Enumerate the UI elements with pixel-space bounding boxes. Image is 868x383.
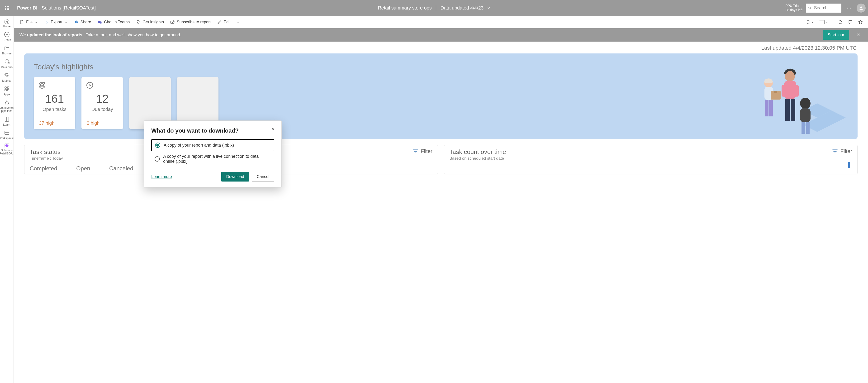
dialog-title: What do you want to download?	[151, 127, 274, 134]
top-header: Power BI Solutions [RetailSOATest] Retai…	[0, 0, 868, 16]
panel-subtitle: Based on scheduled start date	[450, 156, 832, 161]
ellipsis-icon	[236, 20, 241, 25]
radio-option-live-connection[interactable]: A copy of your report with a live connec…	[151, 151, 274, 167]
svg-rect-23	[5, 131, 9, 135]
card-high: 0 high	[87, 120, 100, 126]
svg-rect-18	[5, 87, 6, 88]
nav-label: Data hub	[1, 66, 12, 69]
chevron-down-icon	[811, 21, 814, 24]
edit-label: Edit	[224, 20, 230, 25]
svg-rect-4	[7, 8, 8, 8]
search-input[interactable]	[814, 5, 839, 10]
edit-button[interactable]: Edit	[215, 18, 233, 26]
svg-text:T: T	[98, 21, 100, 23]
filter-icon	[412, 148, 418, 154]
book-icon	[4, 116, 10, 122]
chart-placeholder	[450, 161, 852, 168]
rocket-icon	[4, 99, 10, 105]
download-button[interactable]: Download	[221, 172, 249, 181]
search-box[interactable]	[806, 4, 841, 12]
nav-current-workspace[interactable]: Solutions [RetailSOA...	[0, 143, 13, 155]
svg-rect-19	[7, 87, 9, 88]
subscribe-label: Subscribe to report	[177, 20, 211, 25]
tour-close-button[interactable]	[855, 31, 862, 39]
nav-browse[interactable]: Browse	[0, 45, 13, 55]
nav-apps[interactable]: Apps	[0, 86, 13, 96]
panel-title: Task count over time	[450, 148, 832, 156]
waffle-icon	[5, 6, 9, 10]
refresh-icon	[838, 20, 843, 25]
pencil-icon	[217, 20, 222, 25]
svg-point-13	[850, 8, 851, 8]
start-tour-button[interactable]: Start tour	[823, 30, 849, 40]
tour-text: Take a tour, and we'll show you how to g…	[86, 33, 181, 37]
home-icon	[4, 18, 10, 24]
filter-button[interactable]: Filter	[412, 148, 432, 154]
chat-teams-button[interactable]: T Chat in Teams	[95, 18, 132, 26]
chat-teams-label: Chat in Teams	[104, 20, 130, 25]
filter-button[interactable]: Filter	[832, 148, 852, 154]
favorite-button[interactable]	[856, 18, 865, 26]
insights-label: Get insights	[143, 20, 164, 25]
trial-line1: PPU Trial:	[785, 4, 802, 8]
workspace-breadcrumb[interactable]: Solutions [RetailSOATest]	[42, 5, 96, 11]
radio-option-report-and-data[interactable]: A copy of your report and data (.pbix)	[151, 139, 274, 151]
get-insights-button[interactable]: Get insights	[133, 18, 166, 26]
card-value: 161	[45, 92, 64, 105]
teams-icon: T	[97, 20, 102, 25]
nav-label: Create	[2, 38, 11, 41]
data-hub-icon	[4, 59, 10, 65]
export-menu[interactable]: Export	[41, 18, 70, 26]
file-menu[interactable]: File	[17, 18, 40, 26]
svg-rect-8	[8, 9, 9, 10]
trial-status: PPU Trial: 38 days left	[785, 4, 802, 12]
account-avatar[interactable]	[857, 4, 866, 12]
data-updated-dropdown[interactable]: Data updated 4/4/23	[440, 5, 490, 11]
person-icon	[859, 6, 864, 10]
nav-workspaces[interactable]: Workspaces	[0, 130, 13, 140]
card-label: Open tasks	[42, 107, 66, 112]
chevron-down-icon	[486, 6, 490, 10]
more-options-button[interactable]	[845, 4, 853, 12]
card-open-tasks[interactable]: 161 Open tasks 37 high	[34, 77, 75, 129]
brand-label: Power BI	[17, 5, 37, 11]
svg-point-22	[6, 101, 7, 102]
workspaces-icon	[4, 130, 10, 136]
comment-button[interactable]	[846, 18, 855, 26]
card-due-today[interactable]: 12 Due today 0 high	[82, 77, 123, 129]
workspace-badge-icon	[4, 143, 9, 148]
svg-rect-6	[5, 9, 6, 10]
radio-label: A copy of your report with a live connec…	[163, 154, 271, 164]
nav-deployment-pipelines[interactable]: Deployment pipelines	[0, 99, 13, 113]
panel-task-count: Task count over time Based on scheduled …	[444, 145, 858, 174]
chart-bar-icon	[848, 162, 850, 168]
nav-data-hub[interactable]: Data hub	[0, 59, 13, 69]
refresh-button[interactable]	[836, 18, 845, 26]
search-icon	[808, 6, 812, 10]
nav-metrics[interactable]: Metrics	[0, 72, 13, 83]
share-button[interactable]: Share	[71, 18, 94, 26]
right-column: File Export Share T Chat in Teams Get in…	[14, 16, 868, 383]
app-launcher-button[interactable]	[2, 3, 12, 13]
nav-learn[interactable]: Learn	[0, 116, 13, 126]
filter-label: Filter	[840, 148, 852, 154]
overflow-button[interactable]	[235, 18, 243, 26]
nav-label: Deployment pipelines	[0, 107, 14, 113]
bookmark-dropdown[interactable]	[806, 20, 814, 25]
bookmark-icon	[806, 20, 810, 25]
report-canvas: Last updated 4/4/2023 12:30:05 PM UTC To…	[14, 41, 868, 383]
learn-more-link[interactable]: Learn more	[151, 174, 172, 179]
subscribe-button[interactable]: Subscribe to report	[168, 18, 213, 26]
chevron-down-icon	[826, 21, 828, 24]
top-right: PPU Trial: 38 days left	[785, 4, 866, 12]
file-icon	[20, 20, 24, 25]
nav-home[interactable]: Home	[0, 18, 13, 28]
share-icon	[74, 20, 79, 25]
nav-create[interactable]: Create	[0, 31, 13, 41]
svg-point-31	[240, 22, 240, 22]
dialog-close-button[interactable]	[271, 127, 276, 132]
cancel-button[interactable]: Cancel	[252, 172, 274, 181]
svg-rect-1	[7, 6, 8, 7]
filter-icon	[832, 148, 838, 154]
view-dropdown[interactable]	[819, 20, 828, 24]
